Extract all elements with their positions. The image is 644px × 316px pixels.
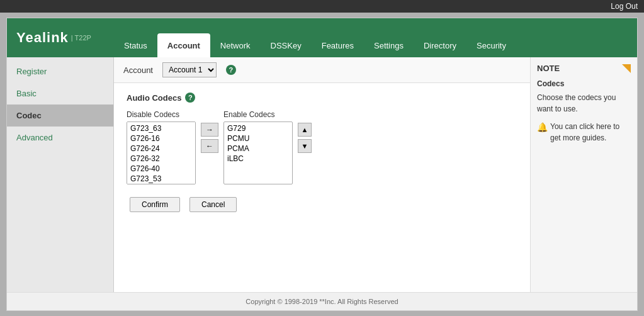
enable-codec-column: Enable Codecs G729PCMUPCMAiLBC [223, 110, 293, 184]
sidebar-item-basic[interactable]: Basic [7, 82, 113, 104]
nav-tab-features[interactable]: Features [312, 33, 364, 57]
note-subtitle: Codecs [537, 78, 631, 89]
disable-codecs-list[interactable]: G723_63G726-16G726-24G726-32G726-40G723_… [127, 121, 196, 184]
model-name: | T22P [71, 34, 91, 42]
confirm-button[interactable]: Confirm [130, 197, 180, 212]
cancel-button[interactable]: Cancel [189, 197, 237, 212]
note-header: NOTE [537, 64, 631, 73]
note-guide: 🔔 You can click here to get more guides. [537, 121, 631, 144]
disable-codecs-label: Disable Codecs [127, 110, 196, 119]
sidebar-item-codec[interactable]: Codec [7, 104, 113, 127]
account-help-icon[interactable]: ? [226, 65, 236, 75]
sidebar-item-advanced[interactable]: Advanced [7, 127, 113, 149]
enable-codecs-list[interactable]: G729PCMUPCMAiLBC [223, 121, 293, 184]
nav-tab-settings[interactable]: Settings [364, 33, 414, 57]
note-content: Codecs Choose the codecs you want to use… [537, 78, 631, 144]
enable-codecs-label: Enable Codecs [223, 110, 293, 119]
nav-tab-account[interactable]: Account [157, 33, 210, 57]
move-left-button[interactable]: ← [201, 139, 218, 153]
account-bar: Account Account 1Account 2Account 3Accou… [114, 57, 530, 83]
codec-area: Disable Codecs G723_63G726-16G726-24G726… [127, 110, 517, 184]
move-right-button[interactable]: → [201, 123, 218, 137]
codec-help-icon[interactable]: ? [185, 93, 195, 103]
nav-tab-dsskey[interactable]: DSSKey [261, 33, 312, 57]
content-area: RegisterBasicCodecAdvanced Account Accou… [7, 57, 637, 292]
up-down-buttons: ▲ ▼ [298, 110, 312, 153]
move-down-button[interactable]: ▼ [298, 139, 312, 153]
section-title-text: Audio Codecs [127, 93, 181, 103]
note-title: NOTE [537, 64, 560, 73]
nav-tab-status[interactable]: Status [114, 33, 157, 57]
action-buttons: Confirm Cancel [130, 197, 517, 212]
codec-section: Audio Codecs ? Disable Codecs G723_63G72… [114, 83, 530, 292]
footer: Copyright © 1998-2019 **Inc. All Rights … [7, 292, 637, 310]
nav-tab-directory[interactable]: Directory [414, 33, 466, 57]
copyright-text: Copyright © 1998-2019 **Inc. All Rights … [246, 298, 398, 305]
note-guide-text: You can click here to get more guides. [550, 121, 631, 144]
brand-name: Yealink [16, 30, 69, 46]
nav-tabs: StatusAccountNetworkDSSKeyFeaturesSettin… [114, 18, 637, 57]
logout-button[interactable]: Log Out [611, 2, 638, 11]
note-description: Choose the codecs you want to use. [537, 92, 631, 115]
logo-area: Yealink | T22P [7, 18, 114, 57]
section-title: Audio Codecs ? [127, 93, 517, 103]
nav-tab-security[interactable]: Security [466, 33, 516, 57]
move-up-button[interactable]: ▲ [298, 123, 312, 137]
note-panel: NOTE Codecs Choose the codecs you want t… [530, 57, 637, 292]
arrow-buttons: → ← [201, 110, 218, 153]
sidebar: RegisterBasicCodecAdvanced [7, 57, 114, 292]
topbar: Log Out [0, 0, 644, 13]
header: Yealink | T22P StatusAccountNetworkDSSKe… [7, 18, 637, 57]
disable-codec-column: Disable Codecs G723_63G726-16G726-24G726… [127, 110, 196, 184]
account-select[interactable]: Account 1Account 2Account 3Account 4Acco… [162, 62, 217, 77]
note-corner-decoration [622, 64, 631, 73]
main-content: Account Account 1Account 2Account 3Accou… [114, 57, 530, 292]
note-guide-icon: 🔔 [537, 121, 548, 134]
account-label: Account [123, 65, 153, 75]
sidebar-item-register[interactable]: Register [7, 60, 113, 82]
nav-tab-network[interactable]: Network [210, 33, 261, 57]
